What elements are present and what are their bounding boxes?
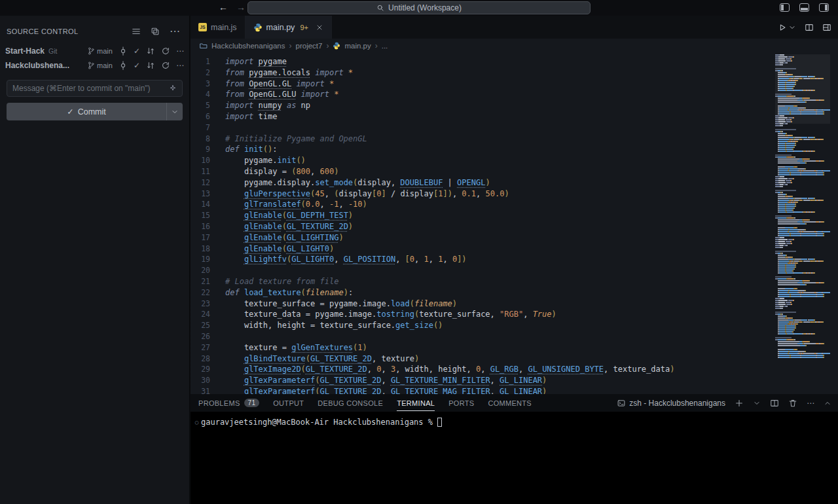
minimap-line: [775, 241, 830, 242]
close-tab-icon[interactable]: [316, 24, 323, 31]
minimap-line: [775, 133, 830, 134]
minimap-line: [775, 215, 830, 217]
maximize-panel-chevron-icon[interactable]: [824, 399, 831, 407]
minimap-line: [775, 355, 830, 356]
minimap-line: [775, 239, 830, 240]
minimap[interactable]: [775, 54, 830, 390]
minimap-line: [775, 180, 830, 181]
branch-indicator[interactable]: main: [87, 62, 113, 69]
minimap-line: [775, 314, 830, 315]
line-number: 31: [191, 386, 210, 394]
minimap-line: [775, 276, 830, 278]
code-text: # Initialize Pygame and OpenGL: [210, 134, 367, 145]
code-text: texture_data = pygame.image.tostring(tex…: [210, 309, 556, 320]
copy-view-icon[interactable]: [151, 27, 160, 36]
split-editor-icon[interactable]: [805, 23, 814, 32]
repo-row-start-hack[interactable]: Start-Hack Git main ✓ ⋯: [0, 44, 189, 58]
minimap-line: [775, 154, 830, 156]
minimap-line: [775, 268, 830, 270]
code-line: 21# Load texture from file: [191, 276, 838, 287]
tab-main-js[interactable]: JS main.js: [191, 16, 246, 39]
code-editor[interactable]: 1import pygame2from pygame.locals import…: [191, 53, 838, 394]
panel-tab-problems[interactable]: PROBLEMS 71: [198, 394, 259, 412]
branch-indicator[interactable]: main: [87, 47, 113, 55]
terminal-prompt: gauravjeetsingh@MacBook-Air Hackclubshen…: [201, 418, 433, 427]
more-actions-icon[interactable]: ⋯: [170, 25, 180, 37]
code-line: 27 texture = glGenTextures(1): [191, 342, 838, 353]
refresh-icon[interactable]: [161, 61, 170, 70]
terminal-label: zsh - Hackclubshenanigans: [629, 399, 725, 408]
repo-name: Start-Hack: [5, 46, 45, 56]
problems-count-badge: 71: [244, 399, 260, 407]
toggle-panel-icon[interactable]: [799, 3, 809, 12]
panel-tab-output[interactable]: OUTPUT: [273, 394, 304, 412]
toggle-right-sidebar-icon[interactable]: [819, 3, 829, 12]
breadcrumb-item-folder[interactable]: project7: [296, 42, 323, 50]
minimap-line: [775, 162, 830, 164]
kill-terminal-trash-icon[interactable]: [788, 399, 797, 408]
run-python-file-button[interactable]: [778, 23, 796, 32]
terminal-profile-chevron-icon[interactable]: [753, 399, 761, 407]
panel-tab-debug-console[interactable]: DEBUG CONSOLE: [318, 394, 383, 412]
breadcrumb-item-symbol[interactable]: ...: [382, 42, 388, 50]
commit-check-icon[interactable]: ✓: [134, 46, 140, 56]
code-line: 11 display = (800, 600): [191, 166, 838, 177]
code-text: def load_texture(filename):: [210, 287, 353, 298]
terminal-output[interactable]: ○ gauravjeetsingh@MacBook-Air Hackclubsh…: [191, 412, 838, 427]
panel-tab-comments[interactable]: COMMENTS: [488, 394, 532, 412]
minimap-line: [775, 131, 830, 132]
breadcrumb-item-file[interactable]: main.py: [344, 42, 371, 50]
repo-name: Hackclubshena...: [5, 61, 69, 70]
panel-tab-terminal[interactable]: TERMINAL: [397, 394, 435, 412]
tab-main-py[interactable]: main.py 9+: [246, 16, 332, 39]
sync-status-icon[interactable]: [118, 61, 128, 70]
panel-tab-ports[interactable]: PORTS: [448, 394, 474, 412]
minimap-line: [775, 288, 830, 289]
breadcrumb-separator: ›: [289, 41, 292, 50]
editor-layout-icon[interactable]: [822, 23, 831, 32]
back-arrow-icon[interactable]: ←: [219, 2, 228, 12]
sync-changes-icon[interactable]: [146, 61, 155, 70]
git-branch-icon: [87, 47, 95, 55]
line-number: 30: [191, 375, 210, 386]
minimap-line: [775, 304, 830, 305]
repo-more-actions-icon[interactable]: ⋯: [176, 61, 184, 70]
code-text: display = (800, 600): [210, 166, 338, 177]
forward-arrow-icon[interactable]: →: [236, 2, 246, 12]
command-decoration-icon: ○: [192, 419, 201, 425]
minimap-line: [775, 312, 830, 313]
panel-more-actions-icon[interactable]: ⋯: [807, 399, 814, 408]
view-as-list-icon[interactable]: [132, 27, 141, 36]
code-line: 6import time: [191, 111, 838, 122]
minimap-line: [775, 284, 830, 285]
active-terminal-entry[interactable]: zsh - Hackclubshenanigans: [617, 399, 725, 408]
new-terminal-icon[interactable]: [735, 399, 744, 408]
repo-more-actions-icon[interactable]: ⋯: [176, 46, 184, 56]
commit-button[interactable]: ✓ Commit: [7, 103, 183, 120]
branch-name: main: [97, 47, 113, 55]
code-line: 15 glEnable(GL_DEPTH_TEST): [191, 210, 838, 221]
line-number: 24: [191, 309, 210, 320]
toggle-left-sidebar-icon[interactable]: [780, 3, 790, 12]
sync-status-icon[interactable]: [118, 46, 128, 56]
command-center-search[interactable]: Untitled (Workspace): [247, 1, 591, 14]
repo-row-hackclubshenanigans[interactable]: Hackclubshena... main ✓ ⋯: [0, 58, 189, 73]
minimap-line: [775, 219, 830, 221]
commit-check-icon[interactable]: ✓: [134, 61, 140, 70]
split-terminal-icon[interactable]: [770, 399, 779, 408]
commit-message-input[interactable]: [12, 84, 165, 93]
minimap-line: [775, 204, 830, 205]
minimap-line: [775, 151, 830, 152]
generate-commit-message-icon[interactable]: [169, 84, 177, 92]
minimap-line: [775, 237, 830, 238]
commit-dropdown-button[interactable]: [166, 103, 183, 120]
refresh-icon[interactable]: [161, 46, 170, 56]
breadcrumb-item-workspace[interactable]: Hackclubshenanigans: [211, 42, 285, 50]
git-branch-icon: [87, 62, 95, 69]
code-text: pygame.init(): [210, 155, 306, 166]
line-number: 8: [191, 134, 210, 145]
breadcrumb-separator: ›: [326, 41, 329, 50]
sync-changes-icon[interactable]: [146, 46, 155, 56]
code-line: 25 width, height = texture_surface.get_s…: [191, 320, 838, 331]
minimap-viewport[interactable]: [775, 54, 830, 124]
